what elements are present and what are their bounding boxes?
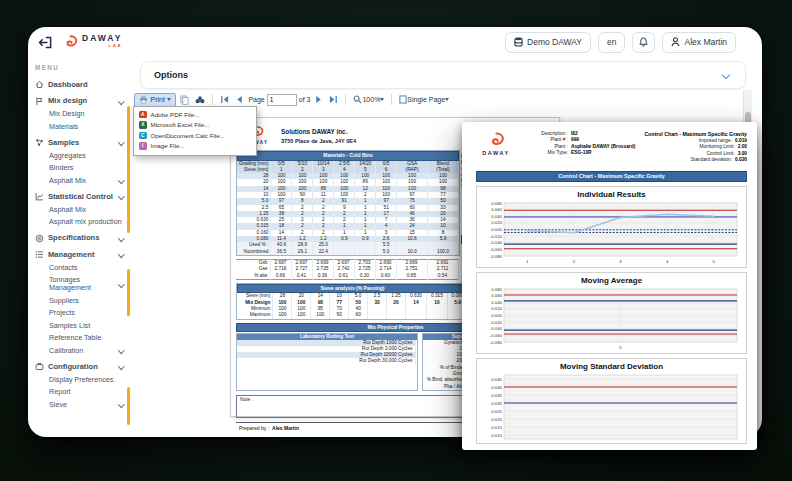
sidebar-item-calibration[interactable]: Calibration bbox=[28, 345, 132, 356]
find-button[interactable] bbox=[193, 94, 207, 105]
sidebar-item-statistical-control[interactable]: Statistical Control bbox=[28, 191, 132, 203]
next-page-button[interactable] bbox=[312, 94, 325, 105]
file-type-icon: I bbox=[139, 142, 147, 150]
tenant-button[interactable]: Demo DAWAY bbox=[505, 32, 591, 53]
sidebar-item-materials[interactable]: Materials bbox=[28, 121, 132, 132]
nodes-icon bbox=[35, 138, 44, 147]
field-row: Mix Type:ESG-10R bbox=[522, 150, 635, 156]
sieve-table-title: Sieve analysis (% Passing) bbox=[237, 284, 468, 294]
chevron-down-icon bbox=[118, 98, 124, 104]
toolbar-separator bbox=[212, 94, 213, 105]
company-block: Solutions DAWAY inc. 3755 Place de Java,… bbox=[281, 128, 356, 144]
sidebar-item-asphalt-mix[interactable]: Asphalt Mix bbox=[28, 175, 132, 186]
svg-text:-0.060: -0.060 bbox=[490, 247, 503, 252]
user-button[interactable]: Alex Martin bbox=[662, 32, 736, 53]
sidebar-item-sieve[interactable]: Sieve bbox=[28, 399, 132, 410]
sidebar-item-asphalt-mix-production[interactable]: Asphalt mix production bbox=[28, 217, 132, 228]
svg-text:0.020: 0.020 bbox=[491, 416, 502, 421]
sidebar-item-display-preferences[interactable]: Display Preferences bbox=[28, 374, 132, 385]
zoom-control[interactable]: 100% bbox=[351, 94, 386, 105]
list-icon bbox=[35, 250, 44, 259]
sidebar-item-reference-table[interactable]: Reference Table bbox=[28, 333, 132, 344]
table-row: Gsb2.6872.6972.6992.6972.7032.6902.6692.… bbox=[236, 259, 458, 266]
sidebar-item-samples-list[interactable]: Samples List bbox=[28, 320, 132, 331]
toolbar-separator bbox=[345, 94, 346, 105]
sidebar-item-report[interactable]: Report bbox=[28, 387, 132, 398]
app-header: DAWAY LAB Demo DAWAY en Alex Martin bbox=[28, 27, 762, 57]
page-number-input[interactable] bbox=[267, 94, 297, 106]
svg-text:5: 5 bbox=[713, 258, 716, 263]
svg-text:-0.020: -0.020 bbox=[490, 233, 503, 238]
copy-pages-icon bbox=[180, 95, 189, 105]
menu-item-image-file-[interactable]: IImage File... bbox=[134, 141, 256, 152]
chevron-down-icon[interactable] bbox=[722, 71, 730, 79]
first-page-icon bbox=[220, 95, 229, 104]
moving-average-chart: Moving Average 0.0800.0600.0400.0200.000… bbox=[476, 272, 747, 354]
user-icon bbox=[671, 37, 680, 47]
menu-item-adobe-pdf-file-[interactable]: AAdobe PDF File... bbox=[134, 109, 256, 120]
sidebar-item-projects[interactable]: Projects bbox=[28, 308, 132, 319]
sidebar-item-aggregates[interactable]: Aggregates bbox=[28, 150, 132, 161]
sidebar-collapse-button[interactable] bbox=[36, 34, 54, 50]
screenshot-stage: DAWAY LAB Demo DAWAY en Alex Martin bbox=[0, 0, 792, 481]
sidebar-item-contacts[interactable]: Contacts bbox=[28, 262, 132, 273]
sidebar-item-suppliers[interactable]: Suppliers bbox=[28, 295, 132, 306]
card-stats-values: Imposed range:0.019Monitoring Limit:2.00… bbox=[644, 138, 747, 164]
sidebar-item-samples[interactable]: Samples bbox=[28, 137, 132, 149]
magnifier-icon bbox=[353, 95, 362, 104]
sidebar-item-asphalt-mix[interactable]: Asphalt Mix bbox=[28, 204, 132, 215]
file-type-icon: C bbox=[139, 132, 147, 140]
language-button[interactable]: en bbox=[598, 32, 625, 53]
svg-text:1: 1 bbox=[526, 258, 529, 263]
briefcase-icon bbox=[35, 362, 44, 371]
moving-std-dev-chart: Moving Standard Deviation 0.0450.0400.03… bbox=[476, 358, 747, 444]
svg-text:4: 4 bbox=[666, 258, 669, 263]
sidebar-scroll-indicator bbox=[127, 269, 130, 316]
print-button[interactable]: Print bbox=[134, 93, 176, 107]
last-page-button[interactable] bbox=[327, 94, 340, 105]
dropdown-caret-icon bbox=[445, 98, 449, 101]
sidebar-item-mix-design[interactable]: Mix Design bbox=[28, 109, 132, 120]
chevron-down-icon bbox=[118, 281, 124, 287]
sidebar-item-dashboard[interactable]: Dashboard bbox=[28, 79, 132, 91]
toolbar-separator bbox=[391, 94, 392, 105]
card-stats: Control Chart - Maximum Specific Gravity… bbox=[644, 131, 747, 164]
materials-table-block: Materials - Cold Bins Grading (mm)0/55/1… bbox=[236, 150, 460, 256]
sidebar-item-tonnages-management[interactable]: Tonnages Management bbox=[28, 275, 132, 294]
sidebar-item-configuration[interactable]: Configuration bbox=[28, 361, 132, 373]
individual-results-chart: Individual Results 0.0800.0600.0400.0200… bbox=[476, 186, 747, 268]
svg-text:0.025: 0.025 bbox=[491, 408, 502, 413]
previous-page-button[interactable] bbox=[233, 94, 246, 105]
page-layout-control[interactable]: Single Page bbox=[397, 94, 451, 105]
svg-text:0.040: 0.040 bbox=[491, 384, 502, 389]
export-button[interactable] bbox=[178, 94, 191, 106]
card-header: DAWAY Description :I82Plant # :999Plant … bbox=[462, 122, 757, 166]
control-chart-card: DAWAY Description :I82Plant # :999Plant … bbox=[462, 122, 757, 450]
file-type-icon: A bbox=[139, 111, 147, 119]
prepared-by: Alex Martin bbox=[272, 425, 299, 431]
dropdown-caret-icon bbox=[167, 98, 171, 101]
svg-text:0.000: 0.000 bbox=[491, 227, 502, 232]
brand-wordmark: DAWAY bbox=[82, 34, 122, 42]
sidebar-item-management[interactable]: Management bbox=[28, 249, 132, 261]
previous-page-icon bbox=[235, 95, 244, 104]
options-panel[interactable]: Options bbox=[140, 61, 746, 89]
sidebar-scroll-indicator bbox=[127, 106, 130, 233]
notifications-button[interactable] bbox=[632, 32, 655, 53]
table-row: % abs0.660.410.360.610.300.600.850.54 bbox=[236, 273, 458, 280]
table-row: Maximum1001001009060 bbox=[237, 312, 468, 318]
sidebar-item-mix-design[interactable]: Mix design bbox=[28, 95, 132, 107]
company-name: Solutions DAWAY inc. bbox=[281, 128, 356, 135]
sidebar-scroll-indicator bbox=[127, 387, 130, 425]
first-page-button[interactable] bbox=[218, 94, 231, 105]
sidebar-item-binders[interactable]: Binders bbox=[28, 163, 132, 174]
sidebar: MENUDashboardMix designMix DesignMateria… bbox=[28, 57, 132, 437]
sidebar-item-specifications[interactable]: Specifications bbox=[28, 232, 132, 244]
chevron-down-icon bbox=[118, 363, 124, 369]
company-address: 3755 Place de Java, J4Y 0E4 bbox=[281, 138, 356, 144]
menu-item-microsoft-excel-file-[interactable]: XMicrosoft Excel File... bbox=[134, 120, 256, 131]
chevron-down-icon bbox=[118, 177, 124, 183]
menu-item-opendocument-calc-file-[interactable]: COpenDocument Calc File... bbox=[134, 130, 256, 141]
svg-text:-0.080: -0.080 bbox=[490, 253, 503, 258]
svg-text:0.010: 0.010 bbox=[491, 432, 502, 437]
